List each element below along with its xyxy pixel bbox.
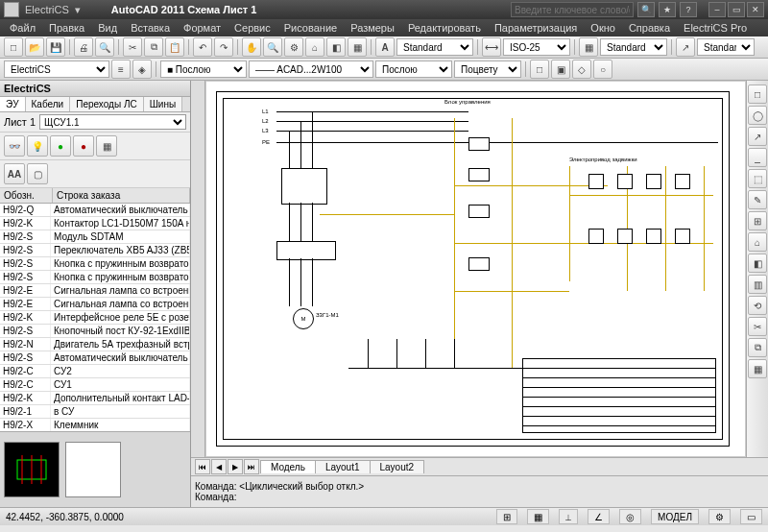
text-icon[interactable]: A	[375, 37, 395, 57]
open-icon[interactable]: 📂	[25, 37, 44, 57]
thumbnail[interactable]	[65, 442, 121, 497]
grid-row[interactable]: Н9/2-SКнопка с пружинным возвратомXB	[0, 257, 190, 271]
thumbnail[interactable]	[4, 442, 60, 497]
menu-insert[interactable]: Вставка	[125, 21, 176, 35]
osnap-button[interactable]: ◎	[619, 509, 641, 524]
close-button[interactable]: ✕	[747, 2, 764, 17]
tool-icon[interactable]: ✎	[748, 190, 767, 209]
layer-icon[interactable]: ≡	[111, 60, 131, 79]
tab-buses[interactable]: Шины	[144, 97, 182, 111]
textstyle-combo[interactable]: Standard	[396, 38, 473, 56]
grid-row[interactable]: Н9/2-1в СУ	[0, 405, 190, 419]
text-icon[interactable]: AA	[4, 163, 25, 184]
grid-row[interactable]: Н9/2-QАвтоматический выключатель NSX1	[0, 204, 190, 217]
tool-icon[interactable]: ⧉	[748, 338, 767, 357]
undo-icon[interactable]: ↶	[193, 37, 212, 57]
tab-model[interactable]: Модель	[260, 460, 316, 473]
filter-icon[interactable]: 👓	[4, 135, 25, 157]
grid-row[interactable]: Н9/2-SКнопочный пост КУ-92-1ExdIIBT5, 2	[0, 325, 190, 338]
maximize-button[interactable]: ▭	[728, 2, 745, 17]
minimize-button[interactable]: –	[708, 2, 726, 17]
tool-icon[interactable]: ⚙	[284, 37, 303, 57]
remove-icon[interactable]: ●	[73, 135, 94, 157]
tool-icon[interactable]: ⟲	[748, 296, 767, 315]
tool-icon[interactable]: ▥	[748, 275, 767, 294]
preview-icon[interactable]: 🔍	[95, 37, 114, 57]
bulb-icon[interactable]: 💡	[27, 135, 48, 157]
star-icon[interactable]: ★	[659, 2, 676, 17]
tab-transitions[interactable]: Переходы ЛС	[70, 97, 143, 111]
tool-icon[interactable]: ⬚	[748, 169, 767, 188]
tool-button[interactable]: ⚙	[708, 509, 731, 524]
tool-icon[interactable]: ↗	[748, 127, 767, 146]
tool-icon[interactable]: ⌂	[748, 232, 767, 252]
grid-body[interactable]: Н9/2-QАвтоматический выключатель NSX1Н9/…	[0, 204, 190, 431]
menu-dimension[interactable]: Размеры	[345, 21, 400, 35]
col-order[interactable]: Строка заказа	[53, 188, 190, 203]
model-button[interactable]: МОДЕЛ	[651, 509, 699, 524]
zoom-icon[interactable]: 🔍	[263, 37, 282, 57]
tool-icon[interactable]: ⎯	[748, 148, 767, 167]
tool-icon[interactable]: ◧	[748, 254, 767, 273]
menu-tools[interactable]: Сервис	[228, 21, 276, 35]
menu-format[interactable]: Формат	[178, 21, 227, 35]
grid-row[interactable]: Н9/2-CСУ1	[0, 378, 190, 392]
grid-row[interactable]: Н9/2-KДополнительный контакт LAD-8N11	[0, 392, 190, 405]
menu-parametric[interactable]: Параметризация	[489, 21, 583, 35]
menu-file[interactable]: Файл	[4, 21, 41, 35]
tab-cables[interactable]: Кабели	[26, 97, 71, 111]
tab-first-icon[interactable]: ⏮	[195, 459, 210, 474]
ortho-button[interactable]: ⟂	[559, 509, 578, 524]
grid-row[interactable]: Н9/2-SКнопка с пружинным возвратомXB	[0, 271, 190, 284]
new-icon[interactable]: □	[4, 37, 23, 57]
paste-icon[interactable]: 📋	[165, 37, 184, 57]
tool-icon[interactable]: ▦	[348, 37, 367, 57]
block-icon[interactable]: ▢	[27, 163, 48, 184]
mleader-icon[interactable]: ↗	[676, 37, 695, 57]
tablestyle-combo[interactable]: Standard	[600, 38, 667, 56]
save-icon[interactable]: 💾	[46, 37, 65, 57]
color-combo[interactable]: ■ Послою	[160, 60, 247, 78]
grid-row[interactable]: Н9/2-EСигнальная лампа со встроенным с	[0, 284, 190, 298]
grid-icon[interactable]: ▦	[96, 135, 117, 157]
cut-icon[interactable]: ✂	[123, 37, 142, 57]
tool-icon[interactable]: ▦	[748, 359, 767, 378]
menu-electrics[interactable]: ElectriCS Pro	[678, 21, 753, 35]
table-icon[interactable]: ▦	[579, 37, 598, 57]
grid-row[interactable]: Н9/2-SМодуль SDTAM	[0, 230, 190, 244]
help-icon[interactable]: ?	[680, 2, 697, 17]
tab-last-icon[interactable]: ⏭	[244, 459, 259, 474]
tool-icon[interactable]: ◯	[748, 106, 767, 125]
tool-icon[interactable]: ⊞	[748, 211, 767, 230]
menu-draw[interactable]: Рисование	[278, 21, 343, 35]
menu-view[interactable]: Вид	[92, 21, 123, 35]
tool-button[interactable]: ▭	[740, 509, 762, 524]
sheet-combo[interactable]: ЩСУ1.1	[39, 114, 186, 130]
tool-icon[interactable]: □	[748, 85, 767, 104]
tool-icon[interactable]: □	[530, 60, 549, 79]
polar-button[interactable]: ∠	[588, 509, 610, 524]
grid-row[interactable]: Н9/2-EСигнальная лампа со встроенным с	[0, 298, 190, 311]
grid-row[interactable]: Н9/2-SПереключатель XB5 AJ33 (ZB5AZ10	[0, 244, 190, 257]
grid-row[interactable]: Н9/2-KКонтактор LC1-D150M7 150A напря	[0, 217, 190, 230]
grid-row[interactable]: Н9/2-NДвигатель 5А трехфазный встроенн	[0, 338, 190, 351]
mleaderstyle-combo[interactable]: Standard	[697, 38, 755, 56]
tab-layout2[interactable]: Layout2	[370, 460, 425, 473]
snap-button[interactable]: ⊞	[496, 509, 517, 524]
add-icon[interactable]: ●	[50, 135, 71, 157]
menu-edit[interactable]: Правка	[43, 21, 90, 35]
tool-icon[interactable]: ◇	[572, 60, 591, 79]
grid-row[interactable]: Н9/2-SАвтоматический выключатель С60а	[0, 351, 190, 365]
layer-icon[interactable]: ◈	[132, 60, 152, 79]
pan-icon[interactable]: ✋	[242, 37, 261, 57]
tool-icon[interactable]: ◧	[326, 37, 346, 57]
menu-modify[interactable]: Редактировать	[402, 21, 487, 35]
plotstyle-combo[interactable]: Поцвету	[454, 60, 521, 78]
tool-icon[interactable]: ✂	[748, 317, 767, 336]
col-designation[interactable]: Обозн.	[0, 188, 53, 203]
model-canvas[interactable]: L1 L2 L3 PE Блок управления Электроприво…	[205, 81, 746, 457]
command-line[interactable]: Команда: <Циклический выбор откл.> Коман…	[191, 475, 768, 507]
tab-layout1[interactable]: Layout1	[315, 460, 371, 473]
grid-row[interactable]: Н9/2-CСУ2	[0, 365, 190, 378]
tool-icon[interactable]: ▣	[551, 60, 570, 79]
